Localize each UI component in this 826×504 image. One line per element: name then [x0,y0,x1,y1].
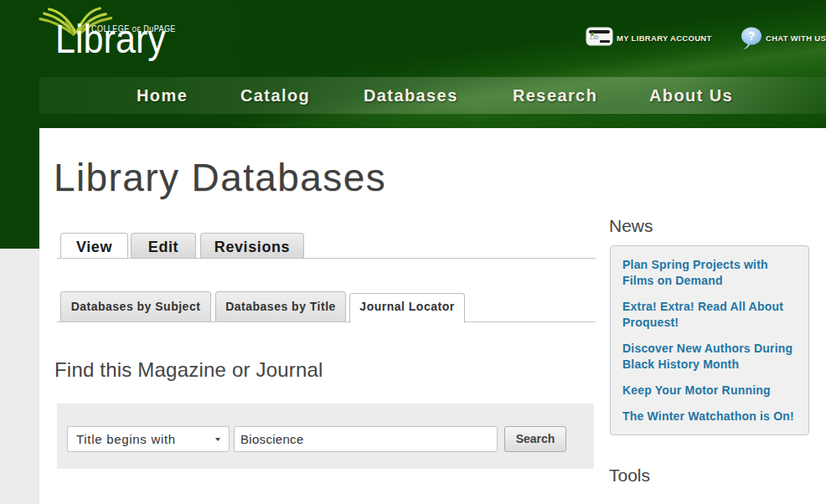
svg-text:?: ? [748,29,756,43]
